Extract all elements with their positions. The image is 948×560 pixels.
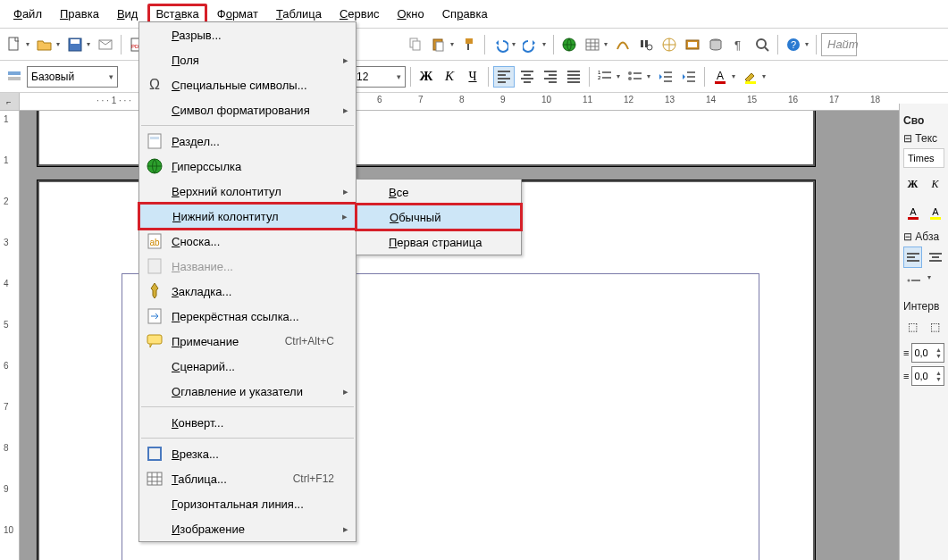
help-button[interactable]: ? <box>783 34 804 55</box>
format-paintbrush-button[interactable] <box>458 34 480 55</box>
insert-menu-dropdown[interactable]: Разрыв...ПоляΩСпециальные символы...Симв… <box>138 21 357 542</box>
dropdown-icon[interactable]: ▾ <box>541 40 547 48</box>
panel-align-center-button[interactable] <box>926 247 944 268</box>
open-button[interactable] <box>34 34 55 55</box>
panel-highlight-button[interactable]: A <box>926 202 944 223</box>
submenu-item-label: Первая страница <box>389 236 499 249</box>
align-right-button[interactable] <box>540 66 561 88</box>
data-sources-button[interactable] <box>705 34 726 55</box>
menu-item[interactable]: Раздел... <box>139 129 356 154</box>
bold-button[interactable]: Ж <box>415 66 437 88</box>
menu-item[interactable]: Символ форматирования <box>139 97 356 122</box>
blank-icon <box>145 50 164 70</box>
dropdown-icon[interactable]: ▾ <box>55 40 61 48</box>
menu-item[interactable]: Закладка... <box>139 279 356 304</box>
svg-text:?: ? <box>791 39 796 50</box>
panel-spacing-dec-button[interactable]: ⬚ <box>926 316 944 338</box>
find-button[interactable] <box>635 34 657 55</box>
underline-button[interactable]: Ч <box>462 66 483 88</box>
font-color-button[interactable]: A <box>709 66 731 88</box>
show-draw-button[interactable] <box>612 34 633 55</box>
blank-icon <box>145 494 164 514</box>
email-button[interactable] <box>95 34 116 55</box>
menu-файл[interactable]: Файл <box>5 4 50 24</box>
dropdown-icon[interactable]: ▾ <box>804 40 810 48</box>
menu-item[interactable]: Изображение <box>139 516 356 541</box>
submenu-item[interactable]: Первая страница <box>357 230 521 255</box>
panel-italic-button[interactable]: К <box>926 173 944 195</box>
menu-item[interactable]: Поля <box>139 47 356 72</box>
paragraph-style-combo[interactable]: Базовый▾ <box>27 66 118 88</box>
dropdown-icon[interactable]: ▾ <box>616 72 621 80</box>
align-justify-button[interactable] <box>563 66 584 88</box>
font-size-value: 12 <box>357 71 368 83</box>
menu-item[interactable]: Оглавление и указатели <box>139 379 356 404</box>
hyperlink-button[interactable] <box>558 34 580 55</box>
italic-button[interactable]: К <box>439 66 460 88</box>
menu-правка[interactable]: Правка <box>52 4 107 24</box>
menu-item[interactable]: Конверт... <box>139 410 356 435</box>
menu-item[interactable]: Таблица...Ctrl+F12 <box>139 466 356 491</box>
dropdown-icon[interactable]: ▾ <box>511 40 516 48</box>
menu-item[interactable]: Врезка... <box>139 441 356 466</box>
menu-item[interactable]: Разрыв... <box>139 22 356 47</box>
new-doc-button[interactable] <box>4 34 25 55</box>
menu-item[interactable]: ПримечаниеCtrl+Alt+C <box>139 329 356 354</box>
styles-button[interactable] <box>4 66 25 88</box>
dropdown-icon[interactable]: ▾ <box>646 72 651 80</box>
menu-item[interactable]: Верхний колонтитул <box>139 179 356 204</box>
align-center-button[interactable] <box>516 66 538 88</box>
numbering-button[interactable]: 12 <box>594 66 616 88</box>
menu-item[interactable]: abСноска... <box>139 229 356 254</box>
properties-panel[interactable]: Сво ⊟ Текс Times Ж К A A ⊟ Абза ▾ Интерв… <box>899 104 948 560</box>
menu-item[interactable]: Гиперссылка <box>139 154 356 179</box>
zoom-button[interactable] <box>751 34 773 55</box>
menu-item[interactable]: Перекрёстная ссылка... <box>139 304 356 329</box>
dropdown-icon[interactable]: ▾ <box>927 273 932 295</box>
dropdown-icon[interactable]: ▾ <box>761 72 767 80</box>
dropdown-icon[interactable]: ▾ <box>25 40 30 48</box>
bullets-button[interactable] <box>625 66 646 88</box>
paste-button[interactable] <box>428 34 449 55</box>
panel-bullets-button[interactable] <box>903 273 925 295</box>
font-size-combo[interactable]: 12▾ <box>352 66 406 88</box>
menu-item[interactable]: Сценарий... <box>139 354 356 379</box>
nonprinting-button[interactable]: ¶ <box>728 34 750 55</box>
align-left-button[interactable] <box>493 66 515 88</box>
dropdown-icon[interactable]: ▾ <box>86 40 91 48</box>
panel-spacing-inc-button[interactable]: ⬚ <box>903 316 922 338</box>
submenu-item-label: Обычный <box>390 211 499 224</box>
dropdown-icon[interactable]: ▾ <box>449 40 455 48</box>
menu-item[interactable]: Горизонтальная линия... <box>139 491 356 516</box>
highlight-button[interactable] <box>740 66 761 88</box>
search-input[interactable]: Найт <box>821 33 857 56</box>
save-button[interactable] <box>64 34 86 55</box>
frame-icon <box>145 444 164 464</box>
space-above-spinner[interactable]: 0,0▲▼ <box>911 343 944 363</box>
indent-decrease-button[interactable] <box>655 66 676 88</box>
svg-rect-16 <box>466 38 473 44</box>
dropdown-icon[interactable]: ▾ <box>731 72 736 80</box>
menu-окно[interactable]: Окно <box>389 4 432 24</box>
font-name-combo[interactable]: Times <box>903 148 944 168</box>
submenu-item[interactable]: Все <box>357 180 521 205</box>
undo-button[interactable] <box>490 34 511 55</box>
gallery-button[interactable] <box>682 34 703 55</box>
panel-font-color-button[interactable]: A <box>903 202 922 223</box>
indent-increase-button[interactable] <box>678 66 700 88</box>
table-button[interactable] <box>582 34 603 55</box>
vertical-ruler[interactable]: 112345678910 <box>0 111 20 560</box>
panel-align-left-button[interactable] <box>903 247 922 268</box>
menu-item[interactable]: ΩСпециальные символы... <box>139 72 356 97</box>
menu-справка[interactable]: Справка <box>434 4 496 24</box>
dropdown-icon[interactable]: ▾ <box>603 40 608 48</box>
copy-button[interactable] <box>405 34 426 55</box>
svg-rect-47 <box>715 81 726 84</box>
navigator-button[interactable] <box>659 34 680 55</box>
submenu-item[interactable]: Обычный <box>357 205 521 230</box>
footer-submenu[interactable]: ВсеОбычныйПервая страница <box>356 179 522 255</box>
menu-item[interactable]: Нижний колонтитул <box>139 204 356 229</box>
space-below-spinner[interactable]: 0,0▲▼ <box>911 366 944 386</box>
panel-bold-button[interactable]: Ж <box>903 173 922 195</box>
redo-button[interactable] <box>520 34 541 55</box>
